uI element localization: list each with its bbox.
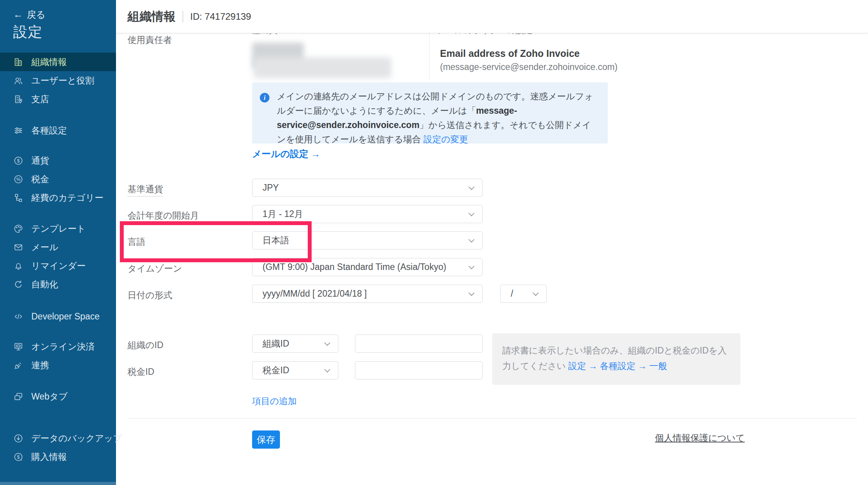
category-tree-icon — [13, 193, 24, 203]
sidebar-item-label: メール — [31, 241, 58, 253]
fiscal-year-value: 1月 - 12月 — [263, 208, 303, 220]
note-arrow: → — [588, 361, 597, 371]
chevron-down-icon — [469, 263, 475, 269]
sidebar-item-label: データのバックアップ — [31, 432, 122, 444]
note-preferences-link[interactable]: 各種設定 — [600, 361, 635, 371]
sidebar-item-online-payments[interactable]: オンライン決済 — [0, 337, 116, 356]
currency-icon: $ — [13, 155, 24, 166]
fiscal-year-select[interactable]: 1月 - 12月 — [252, 205, 483, 223]
date-format-value: yyyy/MM/dd [ 2021/04/18 ] — [263, 289, 367, 299]
info-text-1: メインの連絡先のメールアドレスは公開ドメインのものです。迷惑メールフォルダーに届… — [277, 91, 593, 116]
date-separator-select[interactable]: / — [500, 285, 547, 303]
refresh-icon — [13, 279, 24, 290]
date-format-select[interactable]: yyyy/MM/dd [ 2021/04/18 ] — [252, 285, 483, 303]
note-general-link[interactable]: 一般 — [649, 361, 667, 371]
sidebar-item-organization-profile[interactable]: 組織情報 — [0, 53, 116, 71]
redacted-email-blur — [254, 57, 391, 78]
privacy-policy-link[interactable]: 個人情報保護について — [655, 432, 745, 444]
sidebar-item-label: リマインダー — [31, 260, 86, 272]
back-button[interactable]: ←戻る — [13, 9, 46, 21]
date-format-label: 日付の形式 — [128, 289, 172, 301]
tax-id-label: 税金ID — [128, 366, 154, 378]
footer-divider — [128, 418, 857, 418]
sidebar-item-branches[interactable]: 支店 — [0, 90, 116, 108]
sidebar-item-templates[interactable]: テンプレート — [0, 219, 116, 238]
note-settings-link[interactable]: 設定 — [568, 361, 586, 371]
fiscal-year-label: 会計年度の開始月 — [128, 210, 199, 222]
language-select[interactable]: 日本語 — [252, 231, 483, 249]
tax-percent-icon: % — [13, 174, 24, 184]
sidebar-item-label: 経費のカテゴリー — [31, 192, 104, 204]
org-id-type-select[interactable]: 組織ID — [252, 335, 338, 353]
info-icon: i — [260, 93, 269, 102]
base-currency-select[interactable]: JPY — [252, 179, 483, 197]
mail-settings-label: メールの設定 — [252, 149, 309, 159]
timezone-select[interactable]: (GMT 9:00) Japan Standard Time (Asia/Tok… — [252, 258, 483, 276]
base-currency-label-text: 基準通貨 — [128, 184, 163, 196]
org-id-input[interactable] — [355, 335, 483, 353]
tax-id-input[interactable] — [355, 361, 483, 379]
org-id-label: 組織のID — [128, 339, 164, 351]
sidebar-item-expense-categories[interactable]: 経費のカテゴリー — [0, 188, 116, 207]
chevron-down-icon — [533, 290, 539, 296]
organization-icon — [13, 57, 24, 67]
forward-arrow-icon: → — [311, 149, 320, 159]
language-value: 日本語 — [263, 234, 289, 246]
sidebar-item-preferences[interactable]: 各種設定 — [0, 121, 116, 140]
sidebar-item-data-backup[interactable]: データのバックアップ — [0, 429, 116, 447]
sidebar-item-web-tabs[interactable]: Webタブ — [0, 387, 116, 406]
sidebar-item-developer-space[interactable]: Developer Space — [0, 307, 116, 326]
back-label: 戻る — [27, 9, 46, 20]
sidebar-item-label: 通貨 — [31, 155, 49, 167]
organization-profile-panel: 使用責任者 差出人 メールのポリシーの設定 Email address of Z… — [116, 0, 868, 485]
sidebar-scrollbar[interactable] — [0, 482, 116, 485]
sidebar-item-label: Webタブ — [31, 391, 68, 403]
chevron-down-icon — [469, 236, 475, 242]
sidebar-item-label: オンライン決済 — [31, 341, 95, 353]
sidebar-item-emails[interactable]: メール — [0, 238, 116, 256]
email-domain-info-box: i メインの連絡先のメールアドレスは公開ドメインのものです。迷惑メールフォルダー… — [252, 82, 608, 143]
chevron-down-icon — [469, 210, 475, 216]
svg-text:$: $ — [17, 454, 20, 460]
users-icon — [13, 75, 24, 86]
sidebar-item-subscription[interactable]: $ 購入情報 — [0, 447, 116, 466]
sidebar-item-label: Developer Space — [31, 311, 99, 322]
note-arrow: → — [638, 361, 647, 371]
chevron-down-icon — [324, 366, 331, 372]
organization-id: ID: 741729139 — [190, 11, 251, 22]
sidebar-item-taxes[interactable]: % 税金 — [0, 170, 116, 188]
save-button[interactable]: 保存 — [252, 430, 280, 449]
sidebar-item-label: 自動化 — [31, 278, 58, 290]
download-circle-icon — [13, 433, 24, 444]
payment-screen-icon — [13, 342, 24, 352]
sliders-icon — [13, 125, 24, 136]
sidebar-item-users-roles[interactable]: ユーザーと役割 — [0, 71, 116, 90]
change-settings-link[interactable]: 設定の変更 — [423, 134, 468, 144]
mail-settings-link[interactable]: メールの設定 → — [252, 148, 320, 160]
back-arrow-icon: ← — [13, 9, 23, 20]
sidebar-item-automation[interactable]: 自動化 — [0, 275, 116, 294]
sidebar-item-label: ユーザーと役割 — [31, 75, 94, 87]
sidebar-item-integrations[interactable]: 連携 — [0, 356, 116, 374]
info-text: メインの連絡先のメールアドレスは公開ドメインのものです。迷惑メールフォルダーに届… — [277, 89, 597, 147]
owner-label: 使用責任者 — [128, 34, 172, 46]
chevron-down-icon — [469, 184, 475, 190]
mail-icon — [13, 242, 24, 253]
sidebar-item-label: 各種設定 — [31, 125, 67, 137]
tax-id-type-value: 税金ID — [263, 364, 289, 376]
palette-icon — [13, 224, 24, 234]
sidebar-item-reminders[interactable]: リマインダー — [0, 256, 116, 275]
base-currency-label: 基準通貨 — [128, 183, 163, 195]
sidebar-item-currencies[interactable]: $ 通貨 — [0, 151, 116, 170]
add-field-link[interactable]: 項目の追加 — [252, 395, 297, 407]
id-display-note: 請求書に表示したい場合のみ、組織のIDと税金のIDを入力してください 設定 → … — [492, 333, 740, 385]
tax-id-type-select[interactable]: 税金ID — [252, 361, 338, 379]
timezone-value: (GMT 9:00) Japan Standard Time (Asia/Tok… — [263, 262, 446, 272]
page-header: 組織情報 ID: 741729139 — [116, 0, 868, 33]
title-separator — [182, 11, 183, 22]
language-label: 言語 — [128, 236, 145, 248]
svg-text:$: $ — [17, 158, 20, 164]
page-title: 組織情報 — [128, 9, 176, 25]
sidebar-item-label: 支店 — [31, 93, 49, 105]
sidebar-item-label: テンプレート — [31, 223, 86, 235]
